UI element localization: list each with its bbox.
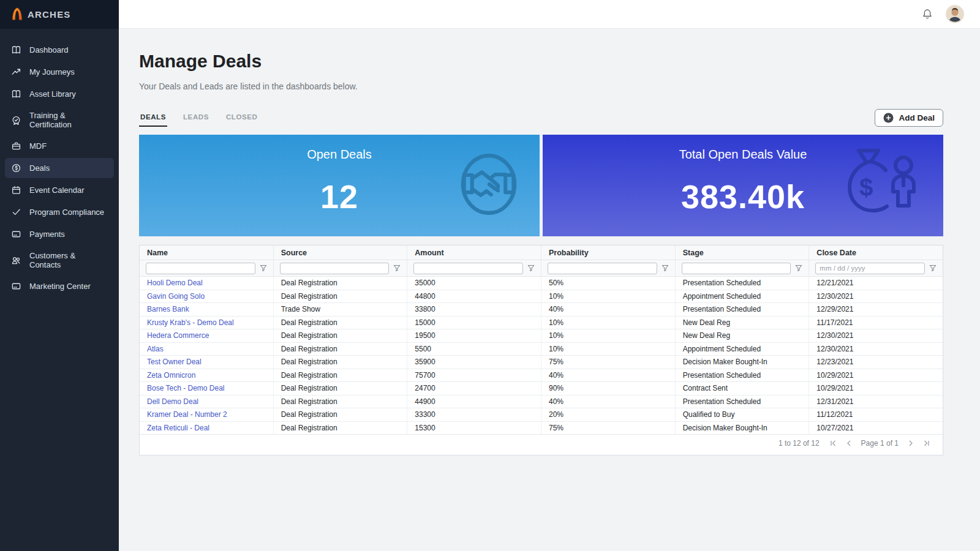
deal-link[interactable]: Gavin Going Solo <box>147 292 205 301</box>
last-page-icon[interactable] <box>923 440 930 447</box>
filter-icon[interactable] <box>260 264 267 272</box>
next-page-icon[interactable] <box>907 440 914 447</box>
deal-link[interactable]: Barnes Bank <box>147 305 189 313</box>
cell-source: Deal Registration <box>274 317 408 329</box>
cell-amount: 33300 <box>407 408 541 421</box>
deal-link[interactable]: Zeta Omnicron <box>147 371 195 380</box>
people-icon <box>11 255 21 266</box>
cell-name: Atlas <box>140 343 274 356</box>
filter-icon[interactable] <box>929 264 937 272</box>
filter-input-name[interactable] <box>146 263 255 274</box>
tab-deals[interactable]: DEALS <box>139 113 167 127</box>
tab-closed[interactable]: CLOSED <box>225 113 259 127</box>
column-header-probability[interactable]: Probability <box>541 246 676 260</box>
filter-input-stage[interactable] <box>682 263 791 274</box>
sidebar-item-customers-and-contacts[interactable]: Customers & Contacts <box>5 246 114 274</box>
cell-stage: Presentation Scheduled <box>676 369 810 382</box>
sidebar-nav: DashboardMy JourneysAsset LibraryTrainin… <box>0 29 119 309</box>
sidebar-item-label: Event Calendar <box>29 186 85 195</box>
deal-link[interactable]: Krusty Krab's - Demo Deal <box>147 318 234 327</box>
tab-leads[interactable]: LEADS <box>182 113 210 127</box>
money-bag-icon: $ <box>834 146 926 225</box>
deal-link[interactable]: Kramer Deal - Number 2 <box>147 410 227 419</box>
cell-source: Deal Registration <box>274 277 408 290</box>
deal-link[interactable]: Test Owner Deal <box>147 358 202 366</box>
cell-close-date: 12/30/2021 <box>809 290 943 303</box>
cell-stage: Decision Maker Bought-In <box>676 422 810 435</box>
sidebar-item-dashboard[interactable]: Dashboard <box>5 40 114 60</box>
brand-logo[interactable]: ARCHES <box>0 0 119 29</box>
cell-stage: Presentation Scheduled <box>676 303 810 316</box>
cell-close-date: 12/31/2021 <box>809 395 943 408</box>
book-icon <box>11 89 21 99</box>
cell-name: Kramer Deal - Number 2 <box>140 408 274 421</box>
table-header-row: NameSourceAmountProbabilityStageClose Da… <box>140 246 943 260</box>
sidebar-item-training-and-certification[interactable]: Training & Certification <box>5 106 114 134</box>
sidebar-item-mdf[interactable]: MDF <box>5 136 114 156</box>
cell-source: Deal Registration <box>274 343 408 356</box>
cell-stage: Contract Sent <box>676 382 810 395</box>
table-row: Bose Tech - Demo DealDeal Registration24… <box>140 382 943 395</box>
user-avatar[interactable] <box>946 5 964 23</box>
filter-icon[interactable] <box>795 264 802 272</box>
sidebar-item-program-compliance[interactable]: Program Compliance <box>5 202 114 222</box>
sidebar-item-asset-library[interactable]: Asset Library <box>5 84 114 104</box>
sidebar-item-payments[interactable]: Payments <box>5 224 114 244</box>
column-header-amount[interactable]: Amount <box>407 246 541 260</box>
filter-input-close-date[interactable] <box>815 263 925 274</box>
filter-input-amount[interactable] <box>413 263 523 274</box>
filter-cell-probability <box>541 260 676 276</box>
column-header-name[interactable]: Name <box>140 246 274 260</box>
cell-source: Deal Registration <box>274 382 408 395</box>
sidebar-item-label: Asset Library <box>29 89 76 99</box>
cell-amount: 15000 <box>407 317 541 329</box>
pagination-page: Page 1 of 1 <box>861 439 899 448</box>
column-header-source[interactable]: Source <box>274 246 408 260</box>
cell-amount: 35900 <box>407 356 541 369</box>
filter-icon[interactable] <box>393 264 401 272</box>
cell-source: Trade Show <box>274 303 408 316</box>
deal-link[interactable]: Dell Demo Deal <box>147 397 198 406</box>
cell-close-date: 10/29/2021 <box>809 369 943 382</box>
sidebar-item-my-journeys[interactable]: My Journeys <box>5 62 114 82</box>
table-row: Hooli Demo DealDeal Registration3500050%… <box>140 277 943 290</box>
filter-icon[interactable] <box>527 264 535 272</box>
table-row: Krusty Krab's - Demo DealDeal Registrati… <box>140 317 943 330</box>
filter-input-probability[interactable] <box>548 263 657 274</box>
page-content: Manage Deals Your Deals and Leads are li… <box>119 29 980 455</box>
bell-icon[interactable] <box>921 8 933 20</box>
deal-link[interactable]: Hedera Commerce <box>147 331 209 340</box>
cell-name: Barnes Bank <box>140 303 274 316</box>
filter-cell-stage <box>676 260 810 276</box>
filter-cell-close-date <box>809 260 943 276</box>
filter-icon[interactable] <box>662 264 669 272</box>
column-header-close-date[interactable]: Close Date <box>809 246 943 260</box>
stat-cards: Open Deals 12 <box>139 135 943 236</box>
plus-circle-icon <box>883 113 894 123</box>
cell-close-date: 10/27/2021 <box>809 422 943 435</box>
cell-close-date: 11/17/2021 <box>809 317 943 329</box>
dollar-circle-icon <box>11 163 21 173</box>
add-deal-button[interactable]: Add Deal <box>875 109 943 127</box>
cell-probability: 10% <box>541 290 676 303</box>
sidebar-item-deals[interactable]: Deals <box>5 158 114 178</box>
cell-amount: 75700 <box>407 369 541 382</box>
prev-page-icon[interactable] <box>845 440 853 447</box>
deal-link[interactable]: Atlas <box>147 345 164 353</box>
deal-link[interactable]: Hooli Demo Deal <box>147 279 203 287</box>
cell-name: Test Owner Deal <box>140 356 274 369</box>
filter-cell-source <box>274 260 408 276</box>
column-header-stage[interactable]: Stage <box>676 246 810 260</box>
cell-close-date: 12/29/2021 <box>809 303 943 316</box>
page-title: Manage Deals <box>139 51 943 72</box>
deal-link[interactable]: Bose Tech - Demo Deal <box>147 384 225 392</box>
sidebar-item-marketing-center[interactable]: Marketing Center <box>5 276 114 296</box>
table-row: AtlasDeal Registration550010%Appointment… <box>140 343 943 356</box>
sidebar-item-event-calendar[interactable]: Event Calendar <box>5 180 114 200</box>
filter-input-source[interactable] <box>280 263 390 274</box>
deal-link[interactable]: Zeta Reticuli - Deal <box>147 424 209 432</box>
cell-source: Deal Registration <box>274 395 408 408</box>
cell-stage: Presentation Scheduled <box>676 277 810 290</box>
first-page-icon[interactable] <box>829 440 837 447</box>
cell-probability: 75% <box>541 422 676 435</box>
